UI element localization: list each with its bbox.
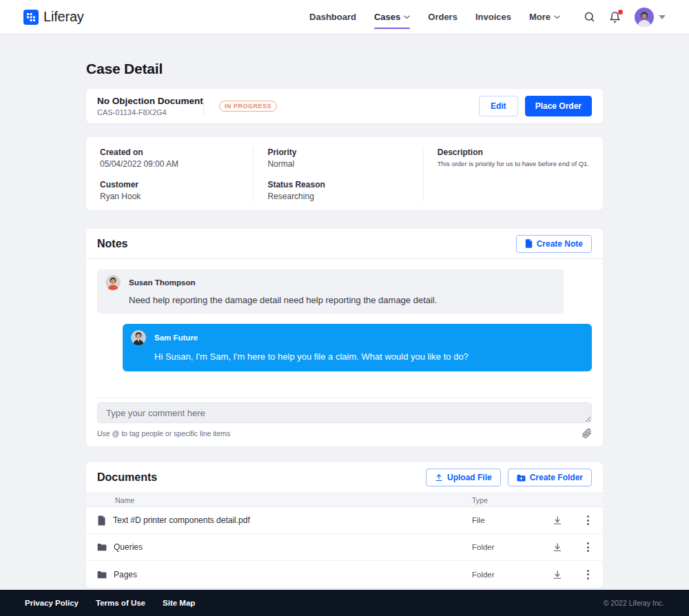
field-label: Customer (100, 180, 239, 190)
avatar (131, 330, 146, 345)
nav-item-invoices[interactable]: Invoices (475, 12, 511, 22)
folder-icon (97, 571, 107, 579)
notes-header: Notes Create Note (86, 229, 603, 259)
nav-item-dashboard[interactable]: Dashboard (309, 12, 356, 22)
note-message: Hi Susan, I'm Sam, I'm here to help you … (154, 351, 584, 362)
upload-icon (435, 473, 443, 482)
composer-helper-text: Use @ to tag people or specific line ite… (97, 429, 230, 438)
paperclip-icon[interactable] (582, 429, 592, 438)
documents-actions: Upload File Create Folder (426, 469, 592, 486)
document-name: Queries (114, 542, 143, 552)
create-note-button[interactable]: Create Note (516, 235, 592, 253)
notes-title: Notes (97, 238, 127, 250)
composer-footer: Use @ to tag people or specific line ite… (97, 429, 592, 438)
note-item-highlighted: Sam Future Hi Susan, I'm Sam, I'm here t… (123, 324, 592, 371)
document-type: File (472, 516, 542, 524)
footer-links: Privacy Policy Terms of Use Site Map (25, 599, 195, 607)
nav-item-orders[interactable]: Orders (428, 12, 457, 22)
folder-icon (97, 543, 107, 551)
note-item: Susan Thompson Need help reporting the d… (97, 269, 564, 314)
kebab-menu-icon[interactable] (573, 567, 603, 582)
documents-header: Documents Upload File Create Folder (86, 462, 603, 493)
document-type: Folder (472, 543, 542, 551)
download-icon[interactable] (542, 515, 573, 525)
nav-item-cases[interactable]: Cases (374, 12, 410, 22)
details-column-1: Created on 05/04/2022 09:00 AM Customer … (86, 147, 253, 202)
footer-link-privacy-policy[interactable]: Privacy Policy (25, 599, 79, 607)
document-name-cell: Pages (86, 570, 472, 579)
note-author: Sam Future (154, 333, 198, 342)
document-name: Text #D printer components detail.pdf (113, 515, 250, 525)
case-title-block: No Objection Document CAS-01134-F8X2G4 (97, 96, 203, 116)
avatar (105, 275, 121, 290)
copyright-text: © 2022 Liferay Inc. (604, 599, 664, 607)
footer-link-site-map[interactable]: Site Map (163, 599, 195, 607)
field-value: Normal (267, 159, 409, 170)
create-folder-button[interactable]: Create Folder (508, 469, 592, 486)
user-menu[interactable] (635, 8, 666, 27)
documents-card: Documents Upload File Create Folder (86, 462, 603, 588)
bell-icon[interactable] (609, 11, 621, 23)
case-id: CAS-01134-F8X2G4 (97, 108, 203, 116)
document-type: Folder (472, 571, 542, 579)
brand-logo[interactable]: Liferay (23, 9, 84, 25)
create-note-icon (525, 239, 533, 248)
field-label: Status Reason (267, 180, 409, 190)
create-folder-icon (517, 474, 526, 482)
note-author: Susan Thompson (129, 278, 195, 287)
field-label: Description (438, 147, 589, 158)
details-column-3: Description This order is priority for u… (423, 147, 603, 202)
divider (97, 398, 592, 398)
note-head: Sam Future (131, 330, 584, 345)
download-icon[interactable] (542, 542, 573, 552)
field-value: This order is priority for us to have be… (438, 159, 589, 169)
nav-item-more[interactable]: More (529, 12, 560, 22)
field-customer: Customer Ryan Hook (100, 180, 239, 202)
note-message: Need help reporting the damage detail ne… (129, 295, 555, 305)
column-header-type: Type (472, 496, 542, 504)
field-value: Ryan Hook (100, 192, 239, 202)
divider (203, 97, 204, 115)
file-icon (97, 515, 106, 526)
main-nav: Dashboard Cases Orders Invoices More (309, 8, 666, 27)
field-value: Researching (267, 192, 409, 202)
comment-input[interactable] (97, 402, 592, 423)
notes-body: Susan Thompson Need help reporting the d… (86, 259, 603, 446)
documents-table-header: Name Type (86, 493, 603, 507)
table-row[interactable]: Queries Folder (86, 534, 603, 561)
upload-file-button[interactable]: Upload File (426, 469, 501, 486)
kebab-menu-icon[interactable] (573, 513, 603, 528)
details-column-2: Priority Normal Status Reason Researchin… (253, 147, 422, 202)
user-caret-icon (659, 15, 666, 19)
edit-button[interactable]: Edit (479, 96, 518, 116)
page-title: Case Detail (86, 61, 603, 77)
field-value: 05/04/2022 09:00 AM (100, 159, 239, 170)
document-name: Pages (114, 570, 137, 579)
document-name-cell: Text #D printer components detail.pdf (86, 515, 472, 526)
place-order-button[interactable]: Place Order (525, 96, 592, 116)
field-label: Priority (267, 147, 409, 158)
nav-icon-group (584, 8, 666, 27)
table-row[interactable]: Pages Folder (86, 561, 603, 588)
page-footer: Privacy Policy Terms of Use Site Map © 2… (0, 590, 689, 616)
field-description: Description This order is priority for u… (438, 147, 589, 169)
table-row[interactable]: Text #D printer components detail.pdf Fi… (86, 507, 603, 534)
download-icon[interactable] (542, 570, 573, 579)
note-head: Susan Thompson (105, 275, 555, 290)
status-badge: IN PROGRESS (219, 101, 277, 112)
notification-dot (618, 10, 623, 14)
kebab-menu-icon[interactable] (573, 540, 603, 555)
avatar (635, 8, 654, 27)
footer-link-terms-of-use[interactable]: Terms of Use (96, 599, 145, 607)
top-navbar: Liferay Dashboard Cases Orders Invoices … (0, 0, 689, 34)
field-label: Created on (100, 147, 239, 158)
case-title: No Objection Document (97, 96, 203, 106)
field-created-on: Created on 05/04/2022 09:00 AM (100, 147, 239, 170)
documents-title: Documents (97, 471, 157, 484)
liferay-logo-icon (23, 10, 39, 25)
document-name-cell: Queries (86, 542, 472, 552)
case-header-card: No Objection Document CAS-01134-F8X2G4 I… (86, 89, 603, 123)
search-icon[interactable] (584, 11, 595, 23)
field-status-reason: Status Reason Researching (267, 180, 409, 202)
notes-card: Notes Create Note (86, 229, 603, 446)
